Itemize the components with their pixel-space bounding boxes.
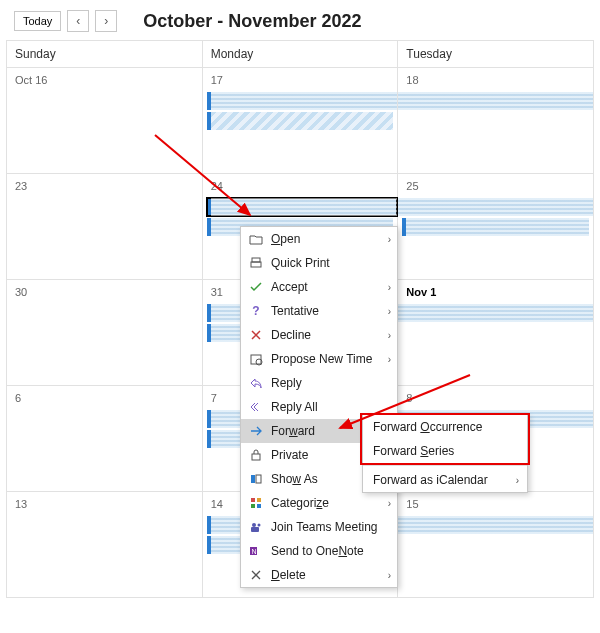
calendar-event[interactable] bbox=[207, 92, 398, 110]
day-label: 17 bbox=[207, 72, 394, 92]
menu-propose-new-time[interactable]: Propose New Time › bbox=[241, 347, 397, 371]
day-label: 30 bbox=[11, 284, 198, 304]
day-cell[interactable]: 13 bbox=[7, 492, 203, 598]
svg-rect-1 bbox=[251, 262, 261, 267]
svg-rect-13 bbox=[251, 527, 259, 532]
menu-categorize[interactable]: Categorize › bbox=[241, 491, 397, 515]
chevron-right-icon: › bbox=[388, 570, 391, 581]
svg-rect-6 bbox=[256, 475, 261, 483]
teams-icon bbox=[247, 520, 265, 534]
menu-label: Join Teams Meeting bbox=[271, 520, 391, 534]
forward-arrow-icon bbox=[247, 424, 265, 438]
menu-send-to-onenote[interactable]: N Send to OneNote bbox=[241, 539, 397, 563]
menu-decline[interactable]: Decline › bbox=[241, 323, 397, 347]
weekday-header: Tuesday bbox=[398, 41, 594, 68]
day-cell[interactable]: 30 bbox=[7, 280, 203, 386]
day-label: 6 bbox=[11, 390, 198, 410]
day-label: Oct 16 bbox=[11, 72, 198, 92]
chevron-right-icon: › bbox=[388, 234, 391, 245]
day-cell[interactable]: Nov 1 bbox=[398, 280, 594, 386]
day-label: 13 bbox=[11, 496, 198, 516]
folder-open-icon bbox=[247, 232, 265, 246]
check-icon bbox=[247, 280, 265, 294]
day-cell[interactable]: Oct 16 bbox=[7, 68, 203, 174]
chevron-right-icon: › bbox=[388, 354, 391, 365]
menu-tentative[interactable]: ? Tentative › bbox=[241, 299, 397, 323]
date-range-title: October - November 2022 bbox=[143, 11, 361, 32]
calendar-topbar: Today ‹ › October - November 2022 bbox=[0, 0, 600, 40]
day-cell[interactable]: 23 bbox=[7, 174, 203, 280]
lock-icon bbox=[247, 448, 265, 462]
menu-label: Tentative bbox=[271, 304, 384, 318]
calendar-event[interactable] bbox=[398, 198, 593, 216]
svg-rect-8 bbox=[257, 498, 261, 502]
menu-label: Decline bbox=[271, 328, 384, 342]
menu-join-teams[interactable]: Join Teams Meeting bbox=[241, 515, 397, 539]
weekday-header: Sunday bbox=[7, 41, 203, 68]
menu-quick-print[interactable]: Quick Print bbox=[241, 251, 397, 275]
calendar-event-selected[interactable] bbox=[207, 198, 398, 216]
question-icon: ? bbox=[247, 304, 265, 318]
svg-rect-4 bbox=[252, 454, 260, 460]
chevron-right-icon: › bbox=[388, 330, 391, 341]
submenu-forward-icalendar[interactable]: Forward as iCalendar › bbox=[363, 468, 527, 492]
svg-text:N: N bbox=[252, 548, 257, 555]
day-cell[interactable]: 25 bbox=[398, 174, 594, 280]
menu-label: Propose New Time bbox=[271, 352, 384, 366]
menu-open[interactable]: Open › bbox=[241, 227, 397, 251]
svg-rect-7 bbox=[251, 498, 255, 502]
prev-button[interactable]: ‹ bbox=[67, 10, 89, 32]
calendar-event[interactable] bbox=[402, 218, 589, 236]
svg-point-11 bbox=[252, 523, 256, 527]
categorize-icon bbox=[247, 496, 265, 510]
menu-label: Reply bbox=[271, 376, 391, 390]
calendar-event[interactable] bbox=[207, 112, 394, 130]
chevron-right-icon: › bbox=[516, 475, 519, 486]
day-label: Nov 1 bbox=[402, 284, 589, 304]
calendar-event[interactable] bbox=[398, 516, 593, 534]
calendar-event[interactable] bbox=[398, 304, 593, 322]
week-row: Oct 16 17 18 bbox=[7, 68, 594, 174]
day-cell[interactable]: 17 bbox=[203, 68, 399, 174]
chevron-right-icon: › bbox=[388, 282, 391, 293]
calendar-event[interactable] bbox=[398, 92, 593, 110]
day-label: 18 bbox=[402, 72, 589, 92]
chevron-right-icon: › bbox=[388, 306, 391, 317]
menu-delete[interactable]: Delete › bbox=[241, 563, 397, 587]
day-label: 23 bbox=[11, 178, 198, 198]
menu-accept[interactable]: Accept › bbox=[241, 275, 397, 299]
x-icon bbox=[247, 328, 265, 342]
menu-label: Open bbox=[271, 232, 384, 246]
svg-rect-9 bbox=[251, 504, 255, 508]
printer-icon bbox=[247, 256, 265, 270]
menu-label: Categorize bbox=[271, 496, 384, 510]
submenu-label: Forward as iCalendar bbox=[373, 473, 488, 487]
day-label: 15 bbox=[402, 496, 589, 516]
day-cell[interactable]: 18 bbox=[398, 68, 594, 174]
svg-point-12 bbox=[258, 524, 261, 527]
menu-label: Reply All bbox=[271, 400, 391, 414]
forward-submenu: Forward Occurrence Forward Series Forwar… bbox=[362, 414, 528, 493]
svg-rect-5 bbox=[251, 475, 255, 483]
submenu-label: Forward Series bbox=[373, 444, 454, 458]
today-button[interactable]: Today bbox=[14, 11, 61, 31]
menu-label: Accept bbox=[271, 280, 384, 294]
weekday-header: Monday bbox=[203, 41, 399, 68]
chevron-right-icon: › bbox=[388, 498, 391, 509]
menu-label: Delete bbox=[271, 568, 384, 582]
submenu-separator bbox=[363, 465, 527, 466]
delete-x-icon bbox=[247, 568, 265, 582]
next-button[interactable]: › bbox=[95, 10, 117, 32]
day-label: 25 bbox=[402, 178, 589, 198]
menu-reply[interactable]: Reply bbox=[241, 371, 397, 395]
day-cell[interactable]: 6 bbox=[7, 386, 203, 492]
calendar-clock-icon bbox=[247, 352, 265, 366]
submenu-forward-occurrence[interactable]: Forward Occurrence bbox=[363, 415, 527, 439]
svg-rect-10 bbox=[257, 504, 261, 508]
submenu-forward-series[interactable]: Forward Series bbox=[363, 439, 527, 463]
event-context-menu: Open › Quick Print Accept › ? Tentative … bbox=[240, 226, 398, 588]
show-as-icon bbox=[247, 472, 265, 486]
reply-icon bbox=[247, 376, 265, 390]
submenu-label: Forward Occurrence bbox=[373, 420, 482, 434]
day-cell[interactable]: 15 bbox=[398, 492, 594, 598]
